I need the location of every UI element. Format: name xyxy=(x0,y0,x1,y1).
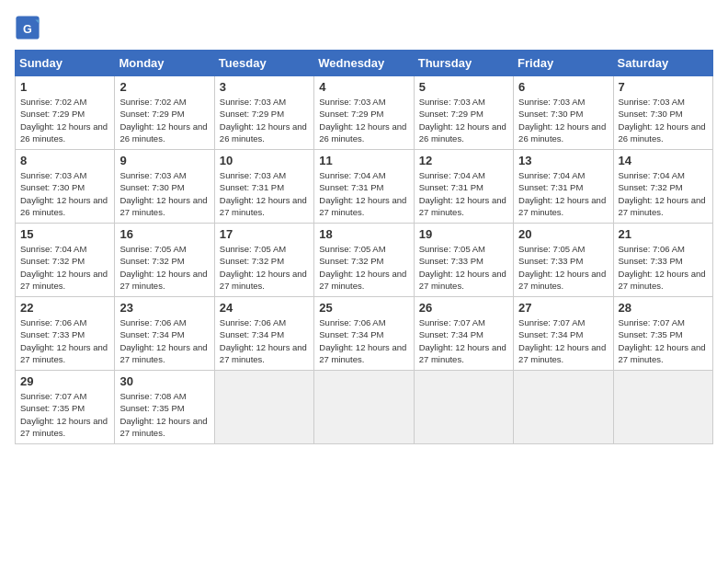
calendar-day-6: 6Sunrise: 7:03 AMSunset: 7:30 PMDaylight… xyxy=(514,76,613,150)
day-info: Sunrise: 7:04 AMSunset: 7:31 PMDaylight:… xyxy=(419,169,508,218)
day-number: 23 xyxy=(119,301,209,315)
calendar-day-12: 12Sunrise: 7:04 AMSunset: 7:31 PMDayligh… xyxy=(414,150,513,224)
day-info: Sunrise: 7:03 AMSunset: 7:30 PMDaylight:… xyxy=(518,96,608,144)
day-number: 24 xyxy=(220,301,309,315)
calendar-day-empty xyxy=(214,371,313,444)
day-info: Sunrise: 7:03 AMSunset: 7:29 PMDaylight:… xyxy=(319,96,408,144)
day-info: Sunrise: 7:07 AMSunset: 7:35 PMDaylight:… xyxy=(619,316,708,365)
day-number: 11 xyxy=(319,154,408,167)
day-info: Sunrise: 7:04 AMSunset: 7:31 PMDaylight:… xyxy=(319,169,408,218)
svg-text:G: G xyxy=(23,23,32,36)
calendar-day-7: 7Sunrise: 7:03 AMSunset: 7:30 PMDaylight… xyxy=(613,76,712,150)
calendar-day-8: 8Sunrise: 7:03 AMSunset: 7:30 PMDaylight… xyxy=(16,150,115,224)
day-info: Sunrise: 7:05 AMSunset: 7:33 PMDaylight:… xyxy=(518,243,608,292)
calendar-day-1: 1Sunrise: 7:02 AMSunset: 7:29 PMDaylight… xyxy=(16,76,115,150)
day-number: 14 xyxy=(619,154,708,167)
day-info: Sunrise: 7:03 AMSunset: 7:29 PMDaylight:… xyxy=(220,96,309,144)
weekday-header-wednesday: Wednesday xyxy=(314,51,414,76)
day-info: Sunrise: 7:07 AMSunset: 7:34 PMDaylight:… xyxy=(419,316,508,365)
day-number: 17 xyxy=(220,227,309,241)
day-number: 12 xyxy=(419,154,508,167)
header: G xyxy=(15,15,713,40)
day-info: Sunrise: 7:08 AMSunset: 7:35 PMDaylight:… xyxy=(119,390,209,439)
day-number: 22 xyxy=(20,301,109,315)
weekday-header-row: SundayMondayTuesdayWednesdayThursdayFrid… xyxy=(16,51,713,76)
day-number: 27 xyxy=(518,301,608,315)
day-number: 20 xyxy=(518,227,608,241)
day-info: Sunrise: 7:02 AMSunset: 7:29 PMDaylight:… xyxy=(20,96,109,144)
calendar-day-13: 13Sunrise: 7:04 AMSunset: 7:31 PMDayligh… xyxy=(514,150,613,224)
calendar-day-17: 17Sunrise: 7:05 AMSunset: 7:32 PMDayligh… xyxy=(214,224,313,297)
calendar-day-2: 2Sunrise: 7:02 AMSunset: 7:29 PMDaylight… xyxy=(115,76,214,150)
day-info: Sunrise: 7:05 AMSunset: 7:32 PMDaylight:… xyxy=(220,243,309,292)
day-number: 10 xyxy=(220,154,309,167)
day-number: 28 xyxy=(619,301,708,315)
day-number: 9 xyxy=(119,154,209,167)
day-info: Sunrise: 7:03 AMSunset: 7:30 PMDaylight:… xyxy=(20,169,109,218)
day-number: 21 xyxy=(619,227,708,241)
calendar-day-15: 15Sunrise: 7:04 AMSunset: 7:32 PMDayligh… xyxy=(16,224,115,297)
day-number: 29 xyxy=(20,374,109,388)
day-number: 5 xyxy=(419,80,508,94)
calendar-day-3: 3Sunrise: 7:03 AMSunset: 7:29 PMDaylight… xyxy=(214,76,313,150)
day-number: 6 xyxy=(518,80,608,94)
day-info: Sunrise: 7:06 AMSunset: 7:34 PMDaylight:… xyxy=(319,316,408,365)
weekday-header-tuesday: Tuesday xyxy=(214,51,313,76)
calendar-day-18: 18Sunrise: 7:05 AMSunset: 7:32 PMDayligh… xyxy=(314,224,414,297)
day-info: Sunrise: 7:05 AMSunset: 7:32 PMDaylight:… xyxy=(319,243,408,292)
calendar-day-26: 26Sunrise: 7:07 AMSunset: 7:34 PMDayligh… xyxy=(414,297,513,371)
weekday-header-sunday: Sunday xyxy=(16,51,115,76)
calendar-day-16: 16Sunrise: 7:05 AMSunset: 7:32 PMDayligh… xyxy=(115,224,214,297)
calendar-day-empty xyxy=(314,371,414,444)
day-info: Sunrise: 7:07 AMSunset: 7:34 PMDaylight:… xyxy=(518,316,608,365)
weekday-header-friday: Friday xyxy=(514,51,613,76)
day-info: Sunrise: 7:03 AMSunset: 7:30 PMDaylight:… xyxy=(619,96,708,144)
calendar-day-14: 14Sunrise: 7:04 AMSunset: 7:32 PMDayligh… xyxy=(613,150,712,224)
calendar-day-25: 25Sunrise: 7:06 AMSunset: 7:34 PMDayligh… xyxy=(314,297,414,371)
calendar-table: SundayMondayTuesdayWednesdayThursdayFrid… xyxy=(15,50,713,444)
calendar-week-4: 22Sunrise: 7:06 AMSunset: 7:33 PMDayligh… xyxy=(16,297,713,371)
day-number: 1 xyxy=(20,80,109,94)
day-number: 3 xyxy=(220,80,309,94)
weekday-header-saturday: Saturday xyxy=(613,51,712,76)
calendar-day-4: 4Sunrise: 7:03 AMSunset: 7:29 PMDaylight… xyxy=(314,76,414,150)
weekday-header-monday: Monday xyxy=(115,51,214,76)
day-number: 8 xyxy=(20,154,109,167)
day-number: 16 xyxy=(119,227,209,241)
day-info: Sunrise: 7:03 AMSunset: 7:31 PMDaylight:… xyxy=(220,169,309,218)
day-number: 30 xyxy=(119,374,209,388)
day-info: Sunrise: 7:02 AMSunset: 7:29 PMDaylight:… xyxy=(119,96,209,144)
day-number: 7 xyxy=(619,80,708,94)
day-number: 2 xyxy=(119,80,209,94)
day-number: 18 xyxy=(319,227,408,241)
day-info: Sunrise: 7:06 AMSunset: 7:33 PMDaylight:… xyxy=(20,316,109,365)
day-number: 26 xyxy=(419,301,508,315)
day-info: Sunrise: 7:05 AMSunset: 7:32 PMDaylight:… xyxy=(119,243,209,292)
calendar-day-21: 21Sunrise: 7:06 AMSunset: 7:33 PMDayligh… xyxy=(613,224,712,297)
calendar-week-2: 8Sunrise: 7:03 AMSunset: 7:30 PMDaylight… xyxy=(16,150,713,224)
calendar-day-19: 19Sunrise: 7:05 AMSunset: 7:33 PMDayligh… xyxy=(414,224,513,297)
calendar-week-5: 29Sunrise: 7:07 AMSunset: 7:35 PMDayligh… xyxy=(16,371,713,444)
day-number: 19 xyxy=(419,227,508,241)
logo: G xyxy=(15,15,44,40)
calendar-day-empty xyxy=(414,371,513,444)
calendar-day-11: 11Sunrise: 7:04 AMSunset: 7:31 PMDayligh… xyxy=(314,150,414,224)
calendar-day-28: 28Sunrise: 7:07 AMSunset: 7:35 PMDayligh… xyxy=(613,297,712,371)
calendar-day-27: 27Sunrise: 7:07 AMSunset: 7:34 PMDayligh… xyxy=(514,297,613,371)
calendar-day-30: 30Sunrise: 7:08 AMSunset: 7:35 PMDayligh… xyxy=(115,371,214,444)
calendar-day-22: 22Sunrise: 7:06 AMSunset: 7:33 PMDayligh… xyxy=(16,297,115,371)
calendar-day-24: 24Sunrise: 7:06 AMSunset: 7:34 PMDayligh… xyxy=(214,297,313,371)
day-number: 25 xyxy=(319,301,408,315)
day-info: Sunrise: 7:06 AMSunset: 7:33 PMDaylight:… xyxy=(619,243,708,292)
day-info: Sunrise: 7:04 AMSunset: 7:32 PMDaylight:… xyxy=(619,169,708,218)
weekday-header-thursday: Thursday xyxy=(414,51,513,76)
calendar-week-3: 15Sunrise: 7:04 AMSunset: 7:32 PMDayligh… xyxy=(16,224,713,297)
calendar-day-empty xyxy=(514,371,613,444)
day-info: Sunrise: 7:06 AMSunset: 7:34 PMDaylight:… xyxy=(220,316,309,365)
calendar-day-5: 5Sunrise: 7:03 AMSunset: 7:29 PMDaylight… xyxy=(414,76,513,150)
calendar-day-29: 29Sunrise: 7:07 AMSunset: 7:35 PMDayligh… xyxy=(16,371,115,444)
logo-icon: G xyxy=(15,15,40,40)
day-number: 15 xyxy=(20,227,109,241)
calendar-week-1: 1Sunrise: 7:02 AMSunset: 7:29 PMDaylight… xyxy=(16,76,713,150)
day-info: Sunrise: 7:05 AMSunset: 7:33 PMDaylight:… xyxy=(419,243,508,292)
